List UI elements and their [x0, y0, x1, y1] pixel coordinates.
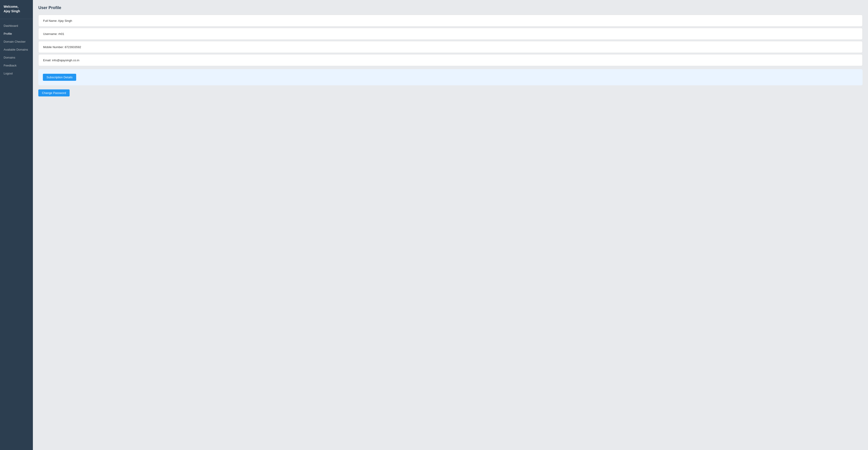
sidebar-item-dashboard[interactable]: Dashboard [0, 22, 33, 30]
sidebar-item-domains[interactable]: Domains [0, 54, 33, 61]
subscription-section: Subscription Details [38, 69, 863, 85]
email-field: Email: info@ajaysingh.co.in [43, 59, 80, 62]
mobile-card: Mobile Number: 8723933592 [38, 41, 863, 53]
username-card: Username: rh01 [38, 28, 863, 40]
sidebar-nav: Dashboard Profile Domain Checker Availab… [0, 19, 33, 80]
change-password-button[interactable]: Change Password [38, 89, 70, 96]
mobile-field: Mobile Number: 8723933592 [43, 46, 81, 49]
page-title: User Profile [38, 5, 863, 10]
change-password-section: Change Password [38, 88, 863, 97]
email-card: Email: info@ajaysingh.co.in [38, 54, 863, 66]
sidebar-header: Welcome, Ajay Singh [0, 0, 33, 19]
sidebar-item-available-domains[interactable]: Available Domains [0, 46, 33, 54]
main-content: User Profile Full Name: Ajay Singh Usern… [33, 0, 868, 450]
full-name-field: Full Name: Ajay Singh [43, 19, 72, 23]
subscription-details-button[interactable]: Subscription Details [43, 74, 76, 81]
username-field: Username: rh01 [43, 32, 64, 36]
sidebar-item-profile[interactable]: Profile [0, 30, 33, 38]
sidebar-item-logout[interactable]: Logout [0, 69, 33, 77]
full-name-card: Full Name: Ajay Singh [38, 15, 863, 27]
welcome-greeting: Welcome, Ajay Singh [4, 4, 29, 13]
sidebar-item-feedback[interactable]: Feedback [0, 61, 33, 69]
sidebar: Welcome, Ajay Singh Dashboard Profile Do… [0, 0, 33, 450]
sidebar-item-domain-checker[interactable]: Domain Checker [0, 38, 33, 46]
